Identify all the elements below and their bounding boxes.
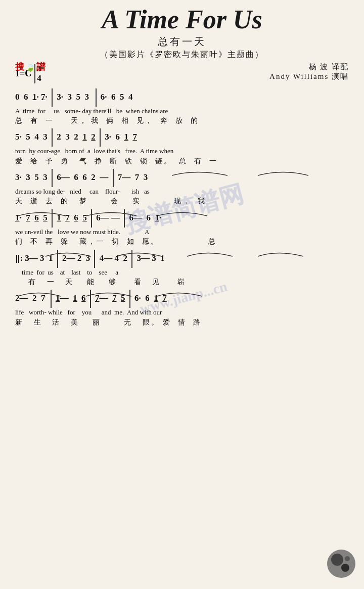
- lyrics-en-row-6: life worth- while for you and me. And wi…: [15, 308, 349, 317]
- subtitle-zh: 总有一天: [15, 35, 349, 49]
- decoration-svg: [326, 549, 356, 579]
- lyrics-en-row-1: A time for us some- day there'll be when…: [15, 107, 349, 116]
- title-area: A Time For Us 总有一天 （美国影片《罗密欧与朱丽叶》主题曲）: [15, 5, 349, 60]
- notes-row-6: 2— 2 7· 1— 1 6 7— 7 5 6· 6 1 7: [15, 290, 349, 308]
- score-row-1: 0 6 1· 7· 3· 3 5 3 6· 6 5 4 A time for u…: [15, 88, 349, 126]
- notes-row-4: 1· 7 6 5 1 7 6 5 6— — 6— 6 1·: [15, 209, 349, 228]
- score-row-3: 3· 3 5 3 6— 6 6 2 — 7— 7 3 dreams so lon…: [15, 169, 349, 206]
- subtitle-film: （美国影片《罗密欧与朱丽叶》主题曲）: [15, 50, 349, 60]
- logo-search-text: 搜: [15, 61, 24, 73]
- notes-row-1: 0 6 1· 7· 3· 3 5 3 6· 6 5 4: [15, 88, 349, 107]
- score-row-2: 5· 5 4 3 2 3 2 1 2 3· 6 1 7 torn by cour…: [15, 128, 349, 166]
- lyrics-zh-row-4: 们 不 再 躲 藏，一 切 如 愿。 总: [15, 237, 349, 247]
- time-sig-bottom: 4: [37, 74, 41, 83]
- arranger-credit: 杨 波 译配: [269, 62, 349, 72]
- logo-leaf-icon: 🍃: [25, 62, 35, 72]
- logo[interactable]: 搜 🍃 譜: [15, 61, 46, 73]
- lyrics-zh-row-2: 爱 给 予 勇 气 挣 断 铁 锁 链。 总 有 一: [15, 156, 349, 166]
- credits: 杨 波 译配 Andy Williams 演唱: [269, 62, 349, 81]
- page: A Time For Us 总有一天 （美国影片《罗密欧与朱丽叶》主题曲） 搜 …: [0, 0, 364, 589]
- main-title: A Time For Us: [15, 5, 349, 34]
- header-area: 1=C 3 4 杨 波 译配 Andy Williams 演唱: [15, 62, 349, 83]
- notes-row-5: ‖: 3— 3 1 2— 2 3 4— 4 2 3— 3 1: [15, 250, 349, 268]
- score-row-6: 2— 2 7· 1— 1 6 7— 7 5 6· 6 1 7 life wort…: [15, 290, 349, 327]
- svg-point-2: [341, 564, 349, 572]
- svg-point-3: [345, 556, 350, 561]
- lyrics-en-row-3: dreams so long de- nied can flour- ish a…: [15, 187, 349, 196]
- notes-row-2: 5· 5 4 3 2 3 2 1 2 3· 6 1 7: [15, 128, 349, 147]
- logo-pu-text: 譜: [36, 61, 46, 73]
- lyrics-zh-row-1: 总 有 一 天， 我 俩 相 见， 奔 放 的: [15, 116, 349, 126]
- svg-point-1: [331, 554, 343, 566]
- music-score: 0 6 1· 7· 3· 3 5 3 6· 6 5 4 A time for u…: [15, 88, 349, 328]
- score-row-4: 1· 7 6 5 1 7 6 5 6— — 6— 6 1· we un-veil…: [15, 209, 349, 247]
- lyrics-zh-row-3: 天 逝 去 的 梦 会 实 现， 我: [15, 196, 349, 206]
- notes-row-3: 3· 3 5 3 6— 6 6 2 — 7— 7 3: [15, 169, 349, 187]
- score-row-5: ‖: 3— 3 1 2— 2 3 4— 4 2 3— 3 1 time for …: [15, 250, 349, 287]
- lyrics-en-row-5: time for us at last to see a: [15, 268, 349, 277]
- lyrics-zh-row-6: 新 生 活 美 丽 无 限。 爱 情 路: [15, 318, 349, 328]
- lyrics-en-row-2: torn by cour-age born of a love that's f…: [15, 147, 349, 156]
- performer-credit: Andy Williams 演唱: [269, 72, 349, 81]
- lyrics-zh-row-5: 有 一 天 能 够 看 见 崭: [15, 277, 349, 287]
- bottom-decoration: [326, 549, 356, 579]
- lyrics-en-row-4: we un-veil the love we now must hide. A: [15, 228, 349, 237]
